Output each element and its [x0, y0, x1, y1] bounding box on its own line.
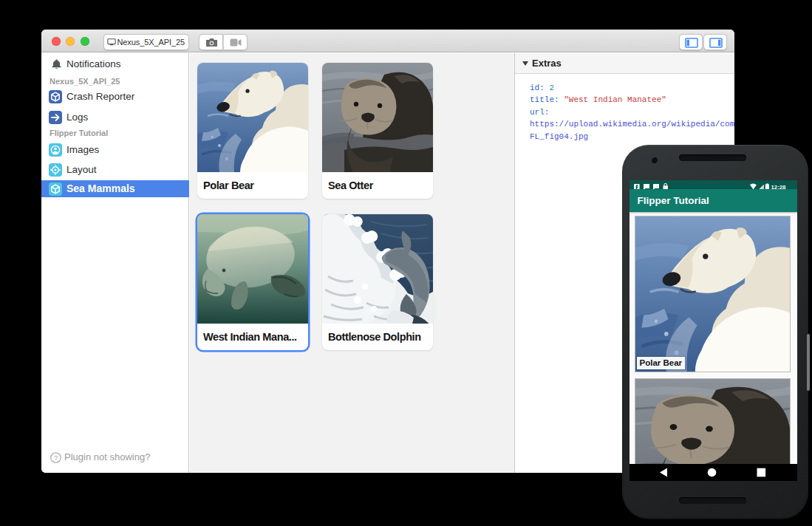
svg-text:?: ? — [54, 454, 58, 462]
